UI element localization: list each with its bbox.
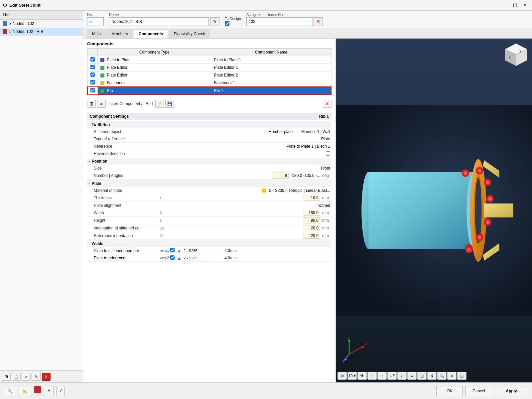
- row-ref-indentation: Reference indentation Δr 20.0 mm: [87, 232, 332, 240]
- row-check-5[interactable]: [87, 87, 98, 95]
- weld-check-1[interactable]: [170, 248, 175, 252]
- no-input[interactable]: [87, 17, 104, 26]
- weld-unit-2: mm: [230, 256, 238, 260]
- search-button[interactable]: 🔍: [4, 386, 16, 396]
- group-welds-header[interactable]: − Welds: [87, 240, 332, 247]
- assigned-input[interactable]: [246, 17, 313, 26]
- save-comp-button[interactable]: 💾: [165, 100, 174, 108]
- comp-checkbox-3[interactable]: [90, 72, 95, 77]
- val-plate: Plate: [321, 137, 330, 141]
- copy-item-button[interactable]: 📋: [12, 373, 21, 381]
- add-item-button[interactable]: ⊞: [2, 373, 11, 381]
- tab-plausibility[interactable]: Plausibility Check: [169, 29, 210, 38]
- group-position-header[interactable]: − Position: [87, 158, 332, 165]
- list-spacer: [0, 36, 83, 370]
- value-indentation: 20.0 mm: [170, 225, 330, 231]
- close-button[interactable]: ✕: [521, 2, 529, 9]
- name-edit-button[interactable]: ✎: [210, 17, 219, 26]
- label-alignment: Plate alignment: [94, 203, 160, 208]
- weld-check-2[interactable]: [170, 255, 175, 260]
- to-design-checkbox[interactable]: [225, 21, 229, 26]
- vp-btn-11[interactable]: 🔍: [437, 372, 447, 380]
- tab-members[interactable]: Members: [106, 29, 133, 38]
- row-check-3[interactable]: [87, 71, 98, 79]
- row-check-1[interactable]: [87, 56, 98, 64]
- group-plate-header[interactable]: − Plate: [87, 180, 332, 187]
- list-item-color: [3, 21, 7, 26]
- vp-btn-1[interactable]: ⊞: [337, 372, 347, 380]
- table-row[interactable]: Plate Editor Plate Editor 2: [87, 71, 331, 79]
- vp-btn-4[interactable]: ↕: [367, 372, 377, 380]
- plate-rows: Material of plate 2 - S235 | Isotropic |…: [87, 187, 332, 240]
- vp-btn-12[interactable]: ✕: [447, 372, 457, 380]
- vp-btn-7[interactable]: ⊙: [397, 372, 407, 380]
- assigned-clear-button[interactable]: ✕: [314, 17, 323, 26]
- viewport-cube[interactable]: y x: [504, 42, 529, 68]
- value-side: Front: [170, 166, 330, 171]
- insert-after-button[interactable]: ●: [97, 100, 106, 108]
- label-reverse: Reverse direction: [94, 151, 160, 156]
- minimize-button[interactable]: —: [501, 2, 509, 9]
- cancel-button[interactable]: Cancel: [466, 386, 492, 396]
- to-design-group: To Design: [225, 17, 241, 26]
- edit-button[interactable]: ✎: [32, 373, 41, 381]
- svg-line-33: [349, 346, 364, 354]
- red-square-button[interactable]: [34, 386, 41, 393]
- viewport[interactable]: y x X Y Z: [336, 39, 532, 382]
- delete-comp-button[interactable]: ✕: [323, 100, 332, 108]
- text-button[interactable]: A: [44, 386, 54, 396]
- type-color-2: [100, 66, 104, 70]
- weld-row-2: Plate to reference aw,p2 ▲ 2 - S235 ... …: [87, 254, 332, 262]
- check-button[interactable]: ✓: [22, 373, 31, 381]
- bottom-left: 🔍 📐 A f: [4, 386, 434, 396]
- list-item-selected[interactable]: 5 Nodes: 102 - RIB: [0, 28, 83, 36]
- group-label-plate: Plate: [92, 181, 101, 186]
- svg-text:x: x: [509, 55, 511, 60]
- tab-main[interactable]: Main: [87, 29, 106, 38]
- label-thickness: Thickness: [94, 196, 160, 200]
- delete-left-button[interactable]: ✕: [42, 373, 51, 381]
- vp-btn-13[interactable]: ◱: [457, 372, 466, 380]
- measure-button[interactable]: 📐: [19, 386, 31, 396]
- formula-button[interactable]: f: [57, 386, 65, 396]
- vp-btn-6[interactable]: ⊕Z: [387, 372, 397, 380]
- settings-button[interactable]: ⚡: [155, 100, 164, 108]
- name-input[interactable]: [109, 17, 209, 26]
- unit-width: mm: [322, 210, 330, 215]
- vp-btn-2[interactable]: 10 ▾: [347, 372, 357, 380]
- tabs: Main Members Components Plausibility Che…: [83, 28, 532, 39]
- insert-before-button[interactable]: ⊞: [87, 100, 96, 108]
- vp-btn-10[interactable]: 🖨: [427, 372, 437, 380]
- comp-checkbox-4[interactable]: [90, 80, 95, 84]
- comp-checkbox-1[interactable]: [90, 57, 95, 62]
- comp-toolbar: ⊞ ● Insert Component at End ⚡ 💾 ✕: [83, 98, 335, 110]
- ok-button[interactable]: OK: [436, 386, 463, 396]
- comp-checkbox-5[interactable]: [90, 88, 95, 92]
- reverse-checkbox[interactable]: [326, 151, 330, 156]
- maximize-button[interactable]: ☐: [511, 2, 519, 9]
- row-indentation: Indentation of stiffened co... Δe 20.0 m…: [87, 224, 332, 232]
- list-item[interactable]: 3 Nodes : 102: [0, 20, 83, 28]
- unit-indentation: mm: [322, 226, 330, 230]
- vp-btn-8[interactable]: ≡: [407, 372, 417, 380]
- table-row[interactable]: Plate to Plate Plate to Plate 1: [87, 56, 331, 64]
- label-stiffened: Stiffened object: [94, 129, 160, 134]
- group-to-stiffen-header[interactable]: − To Stiffen: [87, 121, 332, 128]
- vp-btn-5[interactable]: ↔: [377, 372, 387, 380]
- table-row[interactable]: Fasteners Fasteners 1: [87, 79, 331, 87]
- comp-checkbox-2[interactable]: [90, 65, 95, 69]
- weld-cb-1: [170, 248, 177, 253]
- table-row[interactable]: Plate Editor Plate Editor 1: [87, 64, 331, 71]
- apply-button[interactable]: Apply: [495, 386, 528, 396]
- vp-btn-3[interactable]: 👁: [357, 372, 367, 380]
- val-width: 150.0: [304, 210, 320, 216]
- value-alignment: Inclined: [170, 203, 330, 208]
- tab-components[interactable]: Components: [134, 29, 168, 38]
- label-height: Height: [94, 218, 160, 223]
- val-number: 8: [272, 173, 289, 179]
- row-check-2[interactable]: [87, 64, 98, 71]
- table-row-selected[interactable]: Rib Rib 1: [87, 87, 331, 95]
- row-check-4[interactable]: [87, 79, 98, 87]
- weld-label-1: Plate to stiffened member: [94, 248, 160, 253]
- vp-btn-9[interactable]: ◫: [417, 372, 427, 380]
